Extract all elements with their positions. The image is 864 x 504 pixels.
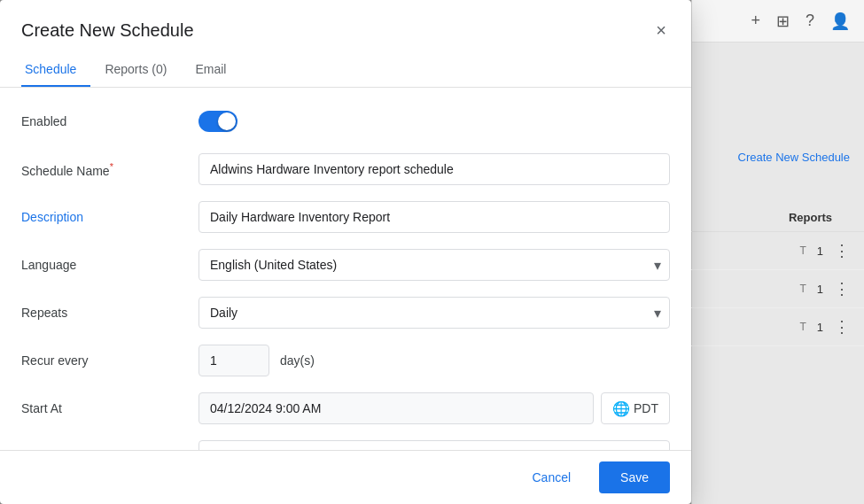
language-label: Language (21, 258, 198, 272)
save-button[interactable]: Save (599, 461, 670, 493)
tab-email[interactable]: Email (191, 53, 240, 87)
description-row: Description (21, 201, 670, 233)
modal-overlay: Create New Schedule × Schedule Reports (… (0, 0, 691, 504)
modal-dialog: Create New Schedule × Schedule Reports (… (0, 0, 691, 504)
start-at-label: Start At (21, 401, 198, 415)
modal-title: Create New Schedule (21, 20, 194, 41)
table-row: T 1 ⋮ (691, 308, 864, 346)
form-body: Enabled Schedule Name* (0, 88, 691, 450)
create-new-schedule-button[interactable]: Create New Schedule (738, 151, 850, 164)
modal-header: Create New Schedule × (0, 0, 691, 43)
toggle-thumb (218, 112, 236, 130)
recur-every-unit: day(s) (280, 353, 315, 368)
start-at-input[interactable] (198, 392, 594, 424)
language-select-wrapper: English (United States) ▾ (198, 249, 670, 281)
description-label: Description (21, 210, 198, 224)
schedule-name-label: Schedule Name* (21, 161, 198, 178)
start-at-row: Start At 🌐 PDT (21, 392, 670, 424)
enabled-row: Enabled (21, 105, 670, 137)
grid-icon[interactable]: ⊞ (776, 12, 790, 31)
table-row: T 1 ⋮ (691, 270, 864, 308)
cancel-button[interactable]: Cancel (514, 461, 588, 493)
recur-every-inputs: day(s) (198, 345, 670, 376)
table-header: Reports (691, 204, 864, 232)
recur-every-control: day(s) (198, 345, 670, 376)
row-suffix: T (799, 283, 806, 295)
person-icon[interactable]: 👤 (830, 12, 850, 31)
timezone-badge[interactable]: 🌐 PDT (601, 392, 670, 424)
description-input[interactable] (198, 201, 670, 233)
language-row: Language English (United States) ▾ (21, 249, 670, 281)
topbar: + ⊞ ? 👤 (692, 0, 864, 43)
row-suffix: T (799, 244, 806, 257)
toggle-track (198, 111, 237, 132)
ends-row: Ends Never ▾ (21, 440, 670, 450)
ends-select-wrapper: Never ▾ (198, 440, 670, 450)
timezone-label: PDT (634, 401, 658, 415)
description-field-wrapper (198, 201, 670, 233)
repeats-select-wrapper: Daily ▾ (198, 297, 670, 329)
enabled-toggle[interactable] (198, 111, 237, 132)
tab-reports[interactable]: Reports (0) (101, 53, 181, 87)
start-at-control: 🌐 PDT (198, 392, 670, 424)
ends-select[interactable]: Never (198, 440, 670, 450)
repeats-row: Repeats Daily ▾ (21, 297, 670, 329)
schedule-name-input[interactable] (198, 153, 670, 185)
tab-schedule[interactable]: Schedule (21, 53, 90, 87)
help-icon[interactable]: ? (806, 12, 814, 30)
globe-icon: 🌐 (612, 400, 630, 417)
row-count: 1 (817, 321, 823, 334)
row-menu-icon[interactable]: ⋮ (834, 241, 850, 260)
recur-every-label: Recur every (21, 353, 198, 368)
row-count: 1 (817, 283, 823, 296)
repeats-select[interactable]: Daily (198, 297, 670, 329)
repeats-label: Repeats (21, 306, 198, 320)
plus-icon[interactable]: + (751, 12, 760, 30)
close-button[interactable]: × (652, 18, 670, 43)
schedule-name-field-wrapper (198, 153, 670, 185)
table-row: T 1 ⋮ (691, 232, 864, 270)
start-at-inputs: 🌐 PDT (198, 392, 670, 424)
row-suffix: T (799, 321, 806, 333)
recur-every-input[interactable] (198, 345, 269, 376)
row-count: 1 (817, 244, 823, 258)
row-menu-icon[interactable]: ⋮ (834, 317, 850, 337)
language-select[interactable]: English (United States) (198, 249, 670, 281)
enabled-toggle-wrapper (198, 111, 670, 132)
schedule-name-row: Schedule Name* (21, 153, 670, 185)
background-table: Reports T 1 ⋮ T 1 ⋮ T 1 ⋮ (691, 204, 864, 346)
enabled-label: Enabled (21, 114, 198, 128)
background-panel: + ⊞ ? 👤 Create New Schedule Reports T 1 … (691, 0, 864, 504)
modal-footer: Cancel Save (0, 450, 691, 504)
tab-bar: Schedule Reports (0) Email (0, 53, 691, 88)
row-menu-icon[interactable]: ⋮ (834, 279, 850, 299)
recur-every-row: Recur every day(s) (21, 345, 670, 376)
